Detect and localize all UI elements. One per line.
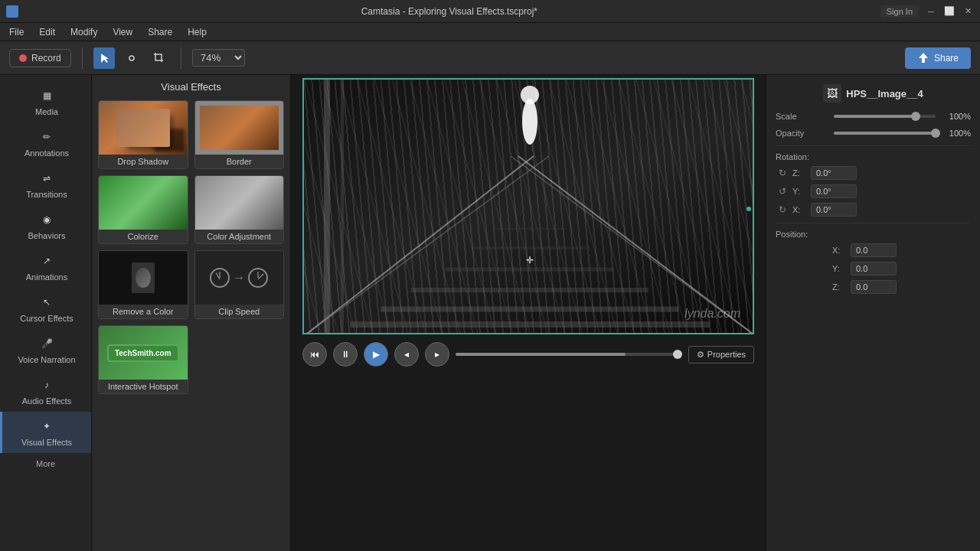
- scale-value: 100%: [940, 112, 971, 121]
- border-thumb: [195, 101, 284, 155]
- cursor-icon: ✛: [526, 255, 534, 266]
- record-button[interactable]: Record: [9, 49, 71, 67]
- opacity-row: Opacity 100%: [776, 129, 971, 138]
- rotation-y-input[interactable]: [811, 184, 857, 198]
- opacity-thumb[interactable]: [931, 129, 940, 138]
- properties-label: Properties: [707, 350, 746, 359]
- effect-interactive-hotspot[interactable]: TechSmith.com Interactive Hotspot: [98, 325, 188, 394]
- playback-controls: ⏮ ⏸ ▶ ◂ ▸ ⚙ Properties: [302, 342, 754, 367]
- sidebar-item-annotations[interactable]: ✏ Annotations: [0, 122, 91, 164]
- step-back-btn[interactable]: ⏮: [302, 342, 327, 367]
- properties-title: HPS__Image__4: [846, 88, 923, 99]
- effects-grid: Drop Shadow Border Colorize Color Adjust…: [98, 100, 284, 394]
- sidebar-item-audio-effects[interactable]: ♪ Audio Effects: [0, 370, 91, 412]
- next-frame-btn[interactable]: ▸: [425, 342, 449, 367]
- position-label: Position:: [776, 230, 971, 239]
- drop-shadow-thumb: [99, 101, 188, 155]
- rotation-z-input[interactable]: [811, 166, 857, 180]
- rotation-section: Rotation: ↻ Z: ↺ Y: ↻ X:: [776, 152, 971, 217]
- panel-header: 🖼 HPS__Image__4: [776, 84, 971, 103]
- select-tool[interactable]: [93, 47, 115, 69]
- center-area: lynda.com ✛ ⏮ ⏸ ▶ ◂ ▸ ⚙: [291, 75, 766, 551]
- annotations-icon: ✏: [38, 129, 55, 145]
- sidebar-item-transitions[interactable]: ⇌ Transitions: [0, 164, 91, 205]
- resize-handle[interactable]: [746, 207, 751, 211]
- sidebar: ▦ Media ✏ Annotations ⇌ Transitions ◉ Be…: [0, 75, 92, 551]
- colorize-label: Colorize: [99, 230, 188, 243]
- media-icon: ▦: [38, 87, 55, 104]
- toolbar: Record 74% 50% 100% 125% Share: [0, 41, 980, 75]
- properties-button[interactable]: ⚙ Properties: [688, 346, 754, 364]
- minimize-btn[interactable]: ─: [925, 5, 937, 18]
- close-btn[interactable]: ✕: [962, 5, 974, 18]
- sidebar-item-voice-narration[interactable]: 🎤 Voice Narration: [0, 329, 91, 370]
- scale-row: Scale 100%: [776, 112, 971, 121]
- pan-tool[interactable]: [121, 47, 142, 69]
- play-pause-btn[interactable]: ⏸: [333, 342, 358, 367]
- scale-thumb[interactable]: [911, 112, 920, 121]
- interactive-hotspot-label: Interactive Hotspot: [99, 380, 188, 393]
- menu-modify[interactable]: Modify: [64, 25, 103, 39]
- sidebar-item-more[interactable]: More: [0, 453, 91, 474]
- rotation-z-label: Z:: [792, 168, 808, 178]
- sidebar-item-animations[interactable]: ↗ Animations: [0, 246, 91, 288]
- effect-colorize[interactable]: Colorize: [98, 175, 188, 244]
- scale-slider[interactable]: [834, 115, 936, 118]
- position-x-input[interactable]: [851, 243, 897, 257]
- prev-frame-btn[interactable]: ◂: [394, 342, 419, 367]
- menu-share[interactable]: Share: [142, 25, 178, 39]
- remove-color-thumb: [99, 251, 188, 305]
- position-x-label: X:: [832, 246, 848, 255]
- share-label: Share: [934, 53, 959, 64]
- position-x-row: X:: [776, 243, 971, 257]
- effect-clip-speed[interactable]: → Clip Speed: [194, 250, 285, 319]
- right-panel: 🖼 HPS__Image__4 Scale 100% Opacity 100% …: [766, 75, 980, 551]
- audio-effects-icon: ♪: [38, 377, 55, 393]
- menu-edit[interactable]: Edit: [33, 25, 61, 39]
- effect-border[interactable]: Border: [194, 100, 285, 169]
- clip-speed-thumb: →: [195, 251, 284, 305]
- svg-point-0: [129, 56, 134, 60]
- rotation-x-row: ↻ X:: [776, 203, 971, 217]
- menu-file[interactable]: File: [3, 25, 30, 39]
- toolbar-separator: [82, 47, 83, 69]
- opacity-label: Opacity: [776, 129, 829, 138]
- zoom-select[interactable]: 74% 50% 100% 125%: [192, 49, 245, 67]
- effect-remove-color[interactable]: Remove a Color: [98, 250, 188, 319]
- record-dot: [19, 54, 27, 62]
- menu-bar: File Edit Modify View Share Help: [0, 23, 980, 41]
- cursor-effects-icon: ↖: [38, 294, 55, 311]
- crop-tool[interactable]: [149, 47, 170, 69]
- preview-window: lynda.com ✛: [302, 78, 754, 334]
- progress-bar[interactable]: [456, 353, 682, 356]
- effects-panel-title: Visual Effects: [98, 81, 284, 93]
- position-y-input[interactable]: [851, 262, 897, 276]
- app-icon: [6, 5, 18, 18]
- opacity-fill: [834, 132, 936, 135]
- main-area: ▦ Media ✏ Annotations ⇌ Transitions ◉ Be…: [0, 75, 980, 551]
- color-adjustment-thumb: [195, 176, 284, 230]
- rotation-x-input[interactable]: [811, 203, 857, 217]
- position-z-input[interactable]: [851, 280, 897, 294]
- sidebar-label-visual-effects: Visual Effects: [21, 438, 72, 447]
- play-btn[interactable]: ▶: [364, 342, 388, 367]
- sidebar-label-audio-effects: Audio Effects: [22, 396, 72, 406]
- opacity-slider[interactable]: [834, 132, 936, 135]
- sidebar-item-behaviors[interactable]: ◉ Behaviors: [0, 205, 91, 246]
- maximize-btn[interactable]: ⬜: [943, 5, 956, 18]
- effect-drop-shadow[interactable]: Drop Shadow: [98, 100, 188, 169]
- sidebar-item-cursor-effects[interactable]: ↖ Cursor Effects: [0, 288, 91, 329]
- preview-container: lynda.com ✛ ⏮ ⏸ ▶ ◂ ▸ ⚙: [291, 75, 766, 551]
- menu-view[interactable]: View: [106, 25, 139, 39]
- menu-help[interactable]: Help: [181, 25, 213, 39]
- sidebar-label-cursor-effects: Cursor Effects: [20, 314, 74, 323]
- sidebar-item-visual-effects[interactable]: ✦ Visual Effects: [0, 412, 91, 453]
- share-button[interactable]: Share: [905, 47, 971, 69]
- sidebar-item-media[interactable]: ▦ Media: [0, 81, 91, 122]
- scale-label: Scale: [776, 112, 829, 121]
- progress-fill: [456, 353, 626, 356]
- progress-thumb[interactable]: [673, 350, 682, 359]
- signin-btn[interactable]: Sign In: [880, 5, 919, 18]
- opacity-value: 100%: [940, 129, 971, 138]
- effect-color-adjustment[interactable]: Color Adjustment: [194, 175, 285, 244]
